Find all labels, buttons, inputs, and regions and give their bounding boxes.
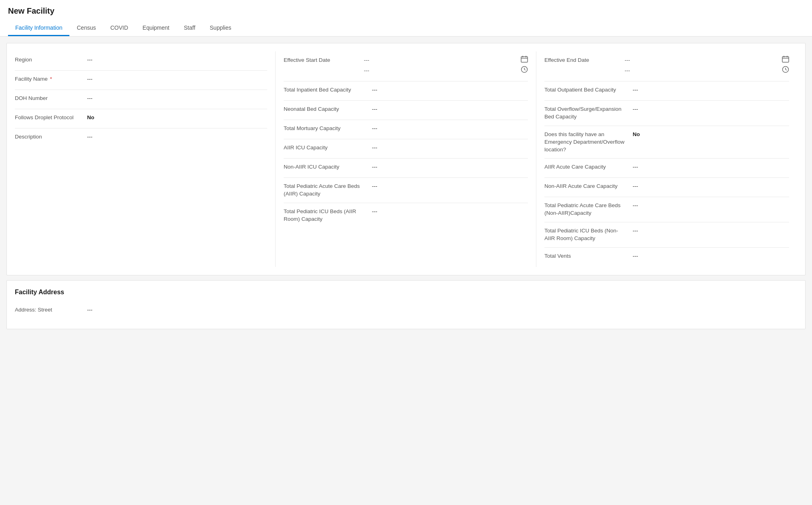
- right-capacity-value-6[interactable]: ---: [633, 227, 789, 235]
- right-capacity-label-4: Non-AIIR Acute Care Capacity: [544, 183, 633, 190]
- right-capacity-row-3: AIIR Acute Care Capacity ---: [544, 159, 789, 178]
- left-capacity-label-4: Non-AIIR ICU Capacity: [284, 163, 372, 171]
- effective-start-date-group: Effective Start Date ---: [284, 51, 528, 81]
- right-capacity-value-7[interactable]: ---: [633, 252, 789, 260]
- left-capacity-value-6[interactable]: ---: [372, 208, 528, 216]
- left-capacity-value-4[interactable]: ---: [372, 163, 528, 171]
- right-capacity-row-5: Total Pediatric Acute Care Beds (Non-AII…: [544, 197, 789, 222]
- left-capacity-row-5: Total Pediatric Acute Care Beds (AIIR) C…: [284, 178, 528, 203]
- address-street-value[interactable]: ---: [87, 306, 797, 314]
- effective-start-date-value[interactable]: ---: [364, 57, 521, 63]
- svg-line-13: [786, 69, 787, 70]
- effective-start-time-value[interactable]: ---: [364, 67, 521, 73]
- tab-supplies[interactable]: Supplies: [203, 20, 239, 36]
- right-capacity-row-0: Total Outpatient Bed Capacity ---: [544, 81, 789, 101]
- effective-end-time-value[interactable]: ---: [625, 67, 782, 73]
- right-capacity-value-5[interactable]: ---: [633, 202, 789, 210]
- region-value[interactable]: ---: [87, 56, 267, 64]
- right-capacity-row-6: Total Pediatric ICU Beds (Non-AIIR Room)…: [544, 222, 789, 248]
- calendar-icon-end[interactable]: [782, 55, 789, 64]
- description-label: Description: [15, 133, 87, 141]
- left-capacity-row-2: Total Mortuary Capacity ---: [284, 120, 528, 139]
- tab-equipment[interactable]: Equipment: [135, 20, 177, 36]
- tab-census[interactable]: Census: [69, 20, 103, 36]
- follows-droplet-row: Follows Droplet Protocol No: [15, 109, 267, 128]
- svg-line-6: [524, 69, 526, 70]
- right-capacity-value-1[interactable]: ---: [633, 106, 789, 113]
- left-capacity-row-3: AIIR ICU Capacity ---: [284, 139, 528, 159]
- facility-name-label: Facility Name *: [15, 75, 87, 83]
- right-capacity-label-2: Does this facility have an Emergency Dep…: [544, 131, 633, 154]
- address-street-row: Address: Street ---: [15, 301, 797, 321]
- right-capacity-list: Total Outpatient Bed Capacity --- Total …: [544, 81, 789, 267]
- basic-info-column: Region --- Facility Name * --- DOH Numbe…: [15, 51, 276, 267]
- right-capacity-label-6: Total Pediatric ICU Beds (Non-AIIR Room)…: [544, 227, 633, 242]
- left-capacity-row-6: Total Pediatric ICU Beds (AIIR Room) Cap…: [284, 203, 528, 228]
- right-capacity-label-0: Total Outpatient Bed Capacity: [544, 86, 633, 94]
- left-capacity-label-2: Total Mortuary Capacity: [284, 125, 372, 132]
- left-capacity-label-6: Total Pediatric ICU Beds (AIIR Room) Cap…: [284, 208, 372, 223]
- doh-number-value[interactable]: ---: [87, 95, 267, 102]
- left-capacity-label-0: Total Inpatient Bed Capacity: [284, 86, 372, 94]
- facility-address-title: Facility Address: [15, 289, 797, 296]
- description-row: Description ---: [15, 128, 267, 148]
- calendar-icon-start[interactable]: [521, 55, 528, 64]
- page-header: New Facility Facility Information Census…: [0, 0, 812, 37]
- clock-icon-start[interactable]: [521, 66, 528, 75]
- facility-name-value[interactable]: ---: [87, 75, 267, 83]
- right-capacity-value-2[interactable]: No: [633, 131, 789, 138]
- facility-name-row: Facility Name * ---: [15, 71, 267, 90]
- left-capacity-label-3: AIIR ICU Capacity: [284, 144, 372, 152]
- tab-navigation: Facility Information Census COVID Equipm…: [8, 20, 804, 36]
- description-value[interactable]: ---: [87, 133, 267, 141]
- clock-icon-end[interactable]: [782, 66, 789, 75]
- tab-covid[interactable]: COVID: [103, 20, 135, 36]
- right-column: Effective End Date ---: [536, 51, 797, 267]
- right-capacity-value-3[interactable]: ---: [633, 163, 789, 171]
- right-capacity-value-0[interactable]: ---: [633, 86, 789, 94]
- content-area: Region --- Facility Name * --- DOH Numbe…: [0, 37, 812, 336]
- left-capacity-list: Total Inpatient Bed Capacity --- Neonata…: [284, 81, 528, 228]
- svg-rect-0: [521, 57, 528, 62]
- doh-number-row: DOH Number ---: [15, 90, 267, 109]
- right-capacity-row-1: Total Overflow/Surge/Expansion Bed Capac…: [544, 101, 789, 126]
- tab-facility-information[interactable]: Facility Information: [8, 20, 69, 36]
- left-capacity-row-0: Total Inpatient Bed Capacity ---: [284, 81, 528, 101]
- left-capacity-label-1: Neonatal Bed Capacity: [284, 106, 372, 113]
- right-capacity-label-5: Total Pediatric Acute Care Beds (Non-AII…: [544, 202, 633, 217]
- left-capacity-value-3[interactable]: ---: [372, 144, 528, 152]
- doh-number-label: DOH Number: [15, 95, 87, 102]
- page-title: New Facility: [8, 6, 804, 16]
- right-capacity-label-3: AIIR Acute Care Capacity: [544, 163, 633, 171]
- right-capacity-row-2: Does this facility have an Emergency Dep…: [544, 126, 789, 159]
- left-capacity-value-2[interactable]: ---: [372, 125, 528, 132]
- facility-info-card: Region --- Facility Name * --- DOH Numbe…: [6, 43, 806, 275]
- follows-droplet-label: Follows Droplet Protocol: [15, 114, 87, 122]
- right-capacity-label-7: Total Vents: [544, 252, 633, 260]
- svg-rect-7: [782, 57, 789, 62]
- right-capacity-value-4[interactable]: ---: [633, 183, 789, 190]
- facility-address-card: Facility Address Address: Street ---: [6, 280, 806, 329]
- left-capacity-row-4: Non-AIIR ICU Capacity ---: [284, 159, 528, 178]
- right-capacity-label-1: Total Overflow/Surge/Expansion Bed Capac…: [544, 106, 633, 121]
- address-street-label: Address: Street: [15, 306, 87, 314]
- tab-staff[interactable]: Staff: [177, 20, 203, 36]
- left-capacity-value-1[interactable]: ---: [372, 106, 528, 113]
- right-capacity-row-7: Total Vents ---: [544, 248, 789, 267]
- left-capacity-label-5: Total Pediatric Acute Care Beds (AIIR) C…: [284, 183, 372, 198]
- left-capacity-row-1: Neonatal Bed Capacity ---: [284, 101, 528, 120]
- middle-column: Effective Start Date ---: [276, 51, 536, 267]
- left-capacity-value-5[interactable]: ---: [372, 183, 528, 190]
- region-label: Region: [15, 56, 87, 64]
- right-capacity-row-4: Non-AIIR Acute Care Capacity ---: [544, 178, 789, 197]
- effective-end-date-label: Effective End Date: [544, 57, 625, 63]
- follows-droplet-value[interactable]: No: [87, 114, 267, 122]
- effective-end-date-value[interactable]: ---: [625, 57, 782, 63]
- required-indicator: *: [49, 76, 52, 82]
- effective-start-date-label: Effective Start Date: [284, 57, 364, 63]
- effective-end-date-group: Effective End Date ---: [544, 51, 789, 81]
- region-row: Region ---: [15, 51, 267, 71]
- left-capacity-value-0[interactable]: ---: [372, 86, 528, 94]
